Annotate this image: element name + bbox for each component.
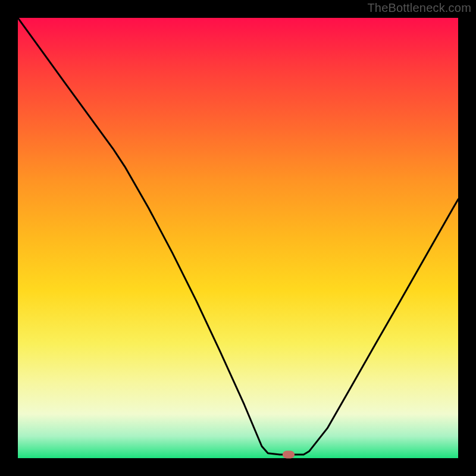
plot-area bbox=[18, 18, 458, 458]
bottleneck-curve bbox=[18, 18, 458, 458]
chart-frame: TheBottleneck.com bbox=[0, 0, 476, 476]
optimum-marker bbox=[283, 451, 295, 459]
watermark-label: TheBottleneck.com bbox=[367, 1, 471, 15]
